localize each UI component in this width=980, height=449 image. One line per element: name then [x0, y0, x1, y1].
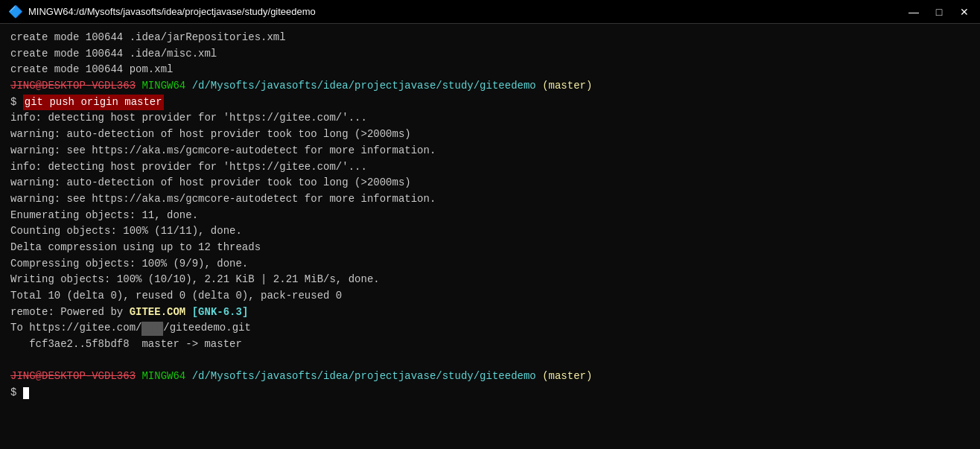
prompt-space-b [136, 369, 141, 385]
remote-space [185, 305, 191, 321]
dollar-sign: $ [10, 95, 23, 111]
terminal-cursor [23, 387, 29, 399]
prompt-user: JING@DESKTOP-VGDL363 [10, 78, 136, 95]
prompt-user-bottom: JING@DESKTOP-VGDL363 [10, 369, 136, 385]
prompt-space-b3 [536, 369, 542, 385]
minimize-button[interactable]: — [907, 5, 920, 19]
prompt-mingw: MINGW64 [141, 78, 185, 95]
titlebar-left: 🔷 MINGW64:/d/Mysofts/javasofts/idea/proj… [9, 5, 316, 19]
terminal-line: warning: auto-detection of host provider… [10, 127, 970, 143]
git-command: git push origin master [23, 95, 164, 111]
maximize-button[interactable]: □ [932, 5, 946, 19]
prompt-space3 [536, 78, 542, 95]
gitee-label: GITEE.COM [130, 305, 186, 321]
prompt-space2 [185, 78, 191, 95]
terminal-line: info: detecting host provider for 'https… [10, 159, 970, 176]
command-line: $ git push origin master [10, 95, 970, 111]
prompt-mingw-bottom: MINGW64 [141, 369, 185, 385]
dollar-bottom: $ [10, 385, 23, 401]
blank-line [10, 353, 970, 369]
window-controls: — □ ✕ [907, 5, 971, 19]
prompt-space-b2 [185, 369, 191, 385]
terminal-line: create mode 100644 pom.xml [10, 62, 970, 78]
window-title: MINGW64:/d/Mysofts/javasofts/idea/projec… [28, 6, 316, 17]
prompt-space [136, 78, 141, 95]
terminal-line: Compressing objects: 100% (9/9), done. [10, 256, 970, 273]
to-slash: /giteedemo.git [163, 320, 251, 337]
terminal-line: Enumerating objects: 11, done. [10, 208, 970, 224]
prompt-branch: (master) [542, 78, 592, 95]
terminal-window: 🔷 MINGW64:/d/Mysofts/javasofts/idea/proj… [0, 0, 980, 449]
terminal-line: info: detecting host provider for 'https… [10, 110, 970, 127]
titlebar: 🔷 MINGW64:/d/Mysofts/javasofts/idea/proj… [0, 0, 980, 24]
prompt-path-bottom: /d/Mysofts/javasofts/idea/projectjavase/… [192, 369, 536, 385]
terminal-line: create mode 100644 .idea/jarRepositories… [10, 30, 970, 46]
to-prefix: To https://gitee.com/ [10, 320, 141, 337]
terminal-line: create mode 100644 .idea/misc.xml [10, 46, 970, 63]
gnk-label: [GNK-6.3] [192, 305, 249, 321]
terminal-line: Total 10 (delta 0), reused 0 (delta 0), … [10, 288, 970, 305]
prompt-path: /d/Mysofts/javasofts/idea/projectjavase/… [192, 78, 536, 95]
redacted-user: ████ [141, 322, 163, 336]
close-button[interactable]: ✕ [958, 5, 971, 19]
cursor-line[interactable]: $ [10, 385, 970, 401]
to-url-line: To https://gitee.com/ ████ /giteedemo.gi… [10, 320, 970, 337]
prompt-branch-bottom: (master) [542, 369, 592, 385]
terminal-line: warning: auto-detection of host provider… [10, 175, 970, 191]
terminal-body[interactable]: create mode 100644 .idea/jarRepositories… [0, 24, 980, 449]
terminal-line: Delta compression using up to 12 threads [10, 240, 970, 256]
prompt-line-top: JING@DESKTOP-VGDL363 MINGW64 /d/Mysofts/… [10, 78, 970, 95]
prompt-line-bottom: JING@DESKTOP-VGDL363 MINGW64 /d/Mysofts/… [10, 369, 970, 385]
terminal-line: warning: see https://aka.ms/gcmcore-auto… [10, 143, 970, 159]
terminal-line: warning: see https://aka.ms/gcmcore-auto… [10, 191, 970, 208]
app-icon: 🔷 [9, 5, 22, 19]
terminal-line: Writing objects: 100% (10/10), 2.21 KiB … [10, 272, 970, 288]
terminal-line: fcf3ae2..5f8bdf8 master -> master [10, 337, 970, 353]
remote-line: remote: Powered by GITEE.COM [GNK-6.3] [10, 305, 970, 321]
remote-prefix: remote: Powered by [10, 305, 130, 321]
terminal-line: Counting objects: 100% (11/11), done. [10, 223, 970, 240]
